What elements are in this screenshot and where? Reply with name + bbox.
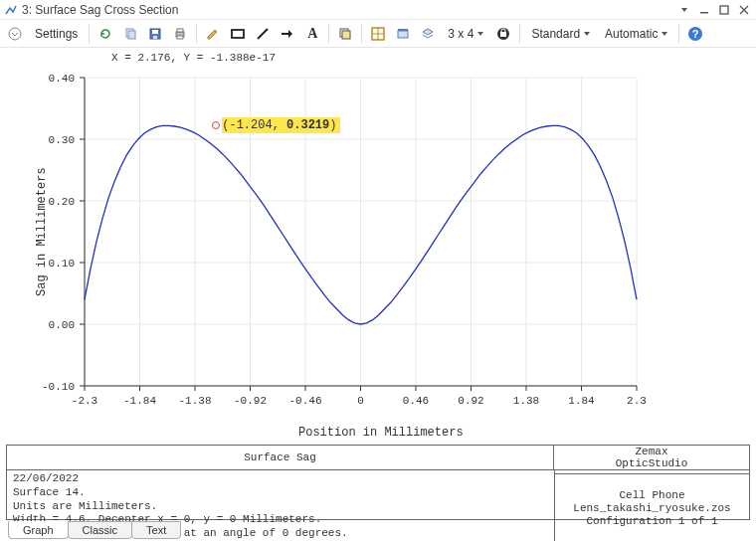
mode-automatic-label: Automatic <box>605 27 658 41</box>
annotation-value: 0.3219 <box>286 118 329 132</box>
info-config: Cell Phone Lens_takashi_ryosuke.zos Conf… <box>554 474 749 541</box>
x-axis-label: Position in Millimeters <box>298 426 464 440</box>
separator <box>361 24 362 44</box>
svg-text:1.38: 1.38 <box>513 395 539 407</box>
svg-text:0.00: 0.00 <box>49 319 75 331</box>
close-icon[interactable] <box>736 2 752 18</box>
svg-rect-13 <box>342 31 350 39</box>
info-title: Surface Sag <box>7 446 554 470</box>
svg-rect-7 <box>153 36 157 39</box>
grid-size-dropdown[interactable]: 3 x 4 <box>442 23 489 45</box>
svg-text:-1.38: -1.38 <box>178 395 211 407</box>
separator <box>519 24 520 44</box>
toolbar: Settings A 3 x 4 Standard Automatic ? <box>0 20 756 48</box>
svg-rect-10 <box>177 36 183 39</box>
save-icon[interactable] <box>144 23 166 45</box>
text-tool-icon[interactable]: A <box>301 23 323 45</box>
svg-rect-18 <box>398 29 408 31</box>
annotation-marker <box>212 121 220 129</box>
svg-text:2.3: 2.3 <box>627 395 647 407</box>
svg-text:0.20: 0.20 <box>49 196 75 208</box>
minimize-icon[interactable] <box>696 2 712 18</box>
svg-text:0.46: 0.46 <box>403 395 429 407</box>
separator <box>89 24 90 44</box>
window-icon <box>4 3 18 17</box>
bottom-tabs: Graph Classic Text <box>8 521 180 539</box>
chevron-down-icon <box>662 32 667 36</box>
svg-text:0: 0 <box>357 395 364 407</box>
svg-text:0.30: 0.30 <box>49 134 75 146</box>
layers-icon[interactable] <box>334 23 356 45</box>
annotation-suffix: ) <box>329 118 336 132</box>
svg-text:?: ? <box>692 28 699 40</box>
settings-button[interactable]: Settings <box>29 23 84 45</box>
svg-text:0.10: 0.10 <box>49 258 75 270</box>
info-brand: Zemax OpticStudio <box>554 446 749 470</box>
annotation-label: (-1.204, 0.3219) <box>222 117 340 133</box>
mode-automatic-dropdown[interactable]: Automatic <box>599 23 673 45</box>
refresh-icon[interactable] <box>94 23 116 45</box>
stack-icon[interactable] <box>417 23 439 45</box>
svg-text:0.40: 0.40 <box>49 73 75 85</box>
annotation-prefix: (-1.204, <box>222 118 286 132</box>
separator <box>196 24 197 44</box>
tab-graph[interactable]: Graph <box>8 521 69 539</box>
plot-canvas: -2.3-1.84-1.38-0.92-0.4600.460.921.381.8… <box>0 48 756 444</box>
svg-text:-0.10: -0.10 <box>42 381 75 393</box>
copy-icon[interactable] <box>119 23 141 45</box>
print-icon[interactable] <box>169 23 191 45</box>
svg-rect-4 <box>128 31 135 39</box>
window-split-icon[interactable] <box>367 23 389 45</box>
chart-area[interactable]: X = 2.176, Y = -1.388e-17 -2.3-1.84-1.38… <box>0 48 756 444</box>
svg-text:-2.3: -2.3 <box>72 395 97 407</box>
rectangle-tool-icon[interactable] <box>227 23 249 45</box>
maximize-icon[interactable] <box>716 2 732 18</box>
tab-text[interactable]: Text <box>131 521 181 539</box>
window-title: 3: Surface Sag Cross Section <box>22 3 672 17</box>
svg-rect-1 <box>720 6 728 14</box>
svg-point-2 <box>9 28 21 40</box>
svg-text:-0.46: -0.46 <box>288 395 321 407</box>
arrow-tool-icon[interactable] <box>277 23 298 45</box>
svg-rect-6 <box>152 30 158 34</box>
separator <box>678 24 679 44</box>
svg-rect-17 <box>398 31 408 38</box>
title-bar: 3: Surface Sag Cross Section <box>0 0 756 20</box>
svg-text:0.92: 0.92 <box>458 395 483 407</box>
chevron-down-icon <box>584 32 590 36</box>
pencil-icon[interactable] <box>202 23 224 45</box>
brand-line-2: OpticStudio <box>616 457 688 469</box>
svg-rect-20 <box>500 32 506 37</box>
layout-icon[interactable] <box>392 23 414 45</box>
y-axis-label: Sag in Millimeters <box>35 167 49 296</box>
svg-text:1.84: 1.84 <box>568 395 595 407</box>
svg-text:-1.84: -1.84 <box>123 395 156 407</box>
info-panel: Surface Sag Zemax OpticStudio 22/06/2022… <box>6 445 750 520</box>
expand-settings-icon[interactable] <box>4 23 26 45</box>
line-tool-icon[interactable] <box>252 23 274 45</box>
grid-size-label: 3 x 4 <box>448 27 473 41</box>
info-file: Cell Phone Lens_takashi_ryosuke.zos <box>557 489 747 515</box>
svg-rect-11 <box>232 30 244 38</box>
brand-line-1: Zemax <box>635 446 667 457</box>
info-config-line: Configuration 1 of 1 <box>586 515 717 528</box>
svg-rect-9 <box>177 29 183 32</box>
svg-rect-0 <box>700 12 708 14</box>
mode-standard-dropdown[interactable]: Standard <box>525 23 596 45</box>
dropdown-window-icon[interactable] <box>676 2 692 18</box>
mode-standard-label: Standard <box>531 27 580 41</box>
lock-config-icon[interactable] <box>492 23 514 45</box>
separator <box>328 24 329 44</box>
help-icon[interactable]: ? <box>684 23 706 45</box>
tab-classic[interactable]: Classic <box>68 521 132 539</box>
svg-text:-0.92: -0.92 <box>234 395 267 407</box>
chevron-down-icon <box>477 32 483 36</box>
